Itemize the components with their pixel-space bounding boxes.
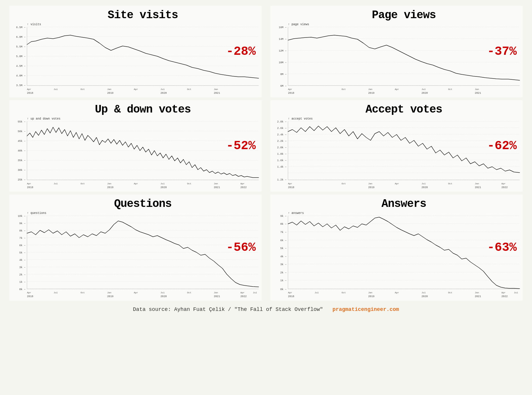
svg-text:4.0M –: 4.0M – bbox=[16, 74, 26, 77]
svg-text:Apr: Apr bbox=[134, 182, 138, 185]
svg-text:Apr: Apr bbox=[240, 182, 245, 185]
svg-text:7k –: 7k – bbox=[280, 231, 287, 234]
svg-text:Jul: Jul bbox=[421, 182, 426, 185]
chart-subtitle-accept-votes: ↑ accept votes bbox=[288, 117, 520, 120]
chart-svg-accept-votes: 2.8k – 2.6k – 2.4k – 2.2k – 2.0k – 1.8k … bbox=[288, 121, 520, 180]
svg-text:3k –: 3k – bbox=[280, 263, 287, 266]
svg-up-down-votes: 55k – 50k – 45k – 40k – 35k – 30k – 25k … bbox=[27, 121, 259, 180]
svg-text:2.8k –: 2.8k – bbox=[277, 120, 287, 123]
svg-text:35k –: 35k – bbox=[18, 159, 26, 162]
svg-text:2021: 2021 bbox=[475, 92, 481, 95]
svg-text:16M –: 16M – bbox=[279, 26, 287, 29]
svg-text:2k –: 2k – bbox=[19, 273, 26, 276]
svg-text:Apr: Apr bbox=[27, 88, 31, 91]
svg-text:8k –: 8k – bbox=[19, 229, 26, 232]
svg-text:Oct: Oct bbox=[448, 182, 452, 185]
chart-title-up-down-votes: Up & down votes bbox=[27, 103, 259, 116]
svg-text:1.6k –: 1.6k – bbox=[277, 159, 287, 162]
footer: Data source: Ayhan Fuat Çelik / "The Fal… bbox=[133, 307, 399, 312]
svg-text:1.8k –: 1.8k – bbox=[277, 153, 287, 156]
svg-text:5.0M –: 5.0M – bbox=[16, 55, 26, 58]
svg-text:Jul: Jul bbox=[421, 291, 426, 294]
chart-title-site-visits: Site visits bbox=[27, 9, 259, 21]
svg-text:Jul: Jul bbox=[160, 291, 165, 294]
svg-text:3.5M –: 3.5M – bbox=[16, 84, 26, 87]
svg-text:8k –: 8k – bbox=[280, 223, 287, 226]
svg-text:10k –: 10k – bbox=[18, 215, 26, 218]
svg-text:5.5M –: 5.5M – bbox=[16, 45, 26, 48]
svg-text:2020: 2020 bbox=[421, 295, 428, 298]
svg-text:Oct: Oct bbox=[81, 88, 85, 91]
svg-text:Jan: Jan bbox=[214, 182, 218, 185]
svg-text:2020: 2020 bbox=[160, 92, 167, 95]
svg-text:Apr: Apr bbox=[27, 182, 31, 185]
svg-text:Jul: Jul bbox=[514, 291, 518, 294]
svg-text:30k –: 30k – bbox=[18, 169, 26, 172]
svg-text:Jan: Jan bbox=[107, 291, 111, 294]
svg-text:Jan: Jan bbox=[214, 88, 218, 91]
svg-text:Apr: Apr bbox=[395, 291, 399, 294]
pct-questions: -56% bbox=[226, 241, 256, 255]
svg-text:Jul: Jul bbox=[54, 182, 58, 185]
chart-title-page-views: Page views bbox=[288, 9, 520, 21]
chart-up-down-votes: Up & down votes ↑ up and down votes 55k … bbox=[9, 100, 262, 192]
chart-svg-answers: 9k – 8k – 7k – 6k – 5k – 4k – 3k – 2k – … bbox=[288, 216, 520, 289]
svg-text:10M –: 10M – bbox=[279, 61, 287, 64]
svg-text:3k –: 3k – bbox=[19, 266, 26, 269]
svg-text:2.4k –: 2.4k – bbox=[277, 133, 287, 136]
svg-text:40k –: 40k – bbox=[18, 149, 26, 152]
svg-text:2k –: 2k – bbox=[280, 271, 287, 274]
svg-text:Jan: Jan bbox=[475, 182, 479, 185]
svg-text:2.0k –: 2.0k – bbox=[277, 146, 287, 149]
svg-text:2021: 2021 bbox=[475, 295, 481, 298]
svg-text:Jan: Jan bbox=[368, 88, 372, 91]
footer-text: Data source: Ayhan Fuat Çelik / "The Fal… bbox=[133, 307, 323, 312]
svg-text:Oct: Oct bbox=[81, 291, 85, 294]
svg-text:2019: 2019 bbox=[107, 92, 113, 95]
svg-text:Jul: Jul bbox=[160, 182, 165, 185]
svg-text:Oct: Oct bbox=[187, 291, 191, 294]
svg-text:4k –: 4k – bbox=[19, 259, 26, 262]
svg-text:1.2k –: 1.2k – bbox=[277, 178, 287, 181]
footer-link[interactable]: pragmaticengineer.com bbox=[333, 307, 399, 312]
svg-text:2018: 2018 bbox=[27, 295, 33, 298]
svg-accept-votes: 2.8k – 2.6k – 2.4k – 2.2k – 2.0k – 1.8k … bbox=[288, 121, 520, 180]
svg-text:2018: 2018 bbox=[288, 186, 294, 189]
svg-text:50k –: 50k – bbox=[18, 130, 26, 133]
svg-text:2020: 2020 bbox=[160, 295, 167, 298]
svg-text:6k –: 6k – bbox=[280, 239, 287, 242]
svg-site-visits: 6.5M – 6.0M – 5.5M – 5.0M – 4.5M – 4.0M … bbox=[27, 27, 259, 86]
svg-text:Jul: Jul bbox=[54, 291, 58, 294]
svg-text:Jan: Jan bbox=[368, 182, 372, 185]
svg-text:0k –: 0k – bbox=[19, 288, 26, 291]
svg-text:4.5M –: 4.5M – bbox=[16, 65, 26, 68]
svg-text:55k –: 55k – bbox=[18, 120, 26, 123]
svg-page-views: 16M – 14M – 12M – 10M – 8M – 6M – Apr 20… bbox=[288, 27, 520, 86]
svg-text:5k –: 5k – bbox=[280, 247, 287, 250]
svg-text:45k –: 45k – bbox=[18, 140, 26, 143]
svg-text:Oct: Oct bbox=[448, 88, 452, 91]
svg-text:6.5M –: 6.5M – bbox=[16, 26, 26, 29]
svg-text:Apr: Apr bbox=[240, 291, 245, 294]
svg-text:2019: 2019 bbox=[368, 92, 375, 95]
svg-text:2018: 2018 bbox=[27, 92, 33, 95]
svg-text:Jan: Jan bbox=[107, 182, 111, 185]
chart-answers: Answers ↑ answers 9k – 8k – 7k – bbox=[270, 195, 523, 301]
svg-answers: 9k – 8k – 7k – 6k – 5k – 4k – 3k – 2k – … bbox=[288, 216, 520, 289]
svg-text:12M –: 12M – bbox=[279, 50, 287, 52]
svg-text:Apr: Apr bbox=[288, 182, 292, 185]
svg-text:2020: 2020 bbox=[421, 186, 428, 189]
svg-text:2.6k –: 2.6k – bbox=[277, 127, 287, 130]
svg-text:Apr: Apr bbox=[134, 88, 138, 91]
chart-subtitle-page-views: ↑ page views bbox=[288, 23, 520, 26]
svg-text:Jul: Jul bbox=[54, 88, 58, 91]
svg-text:Apr: Apr bbox=[501, 182, 506, 185]
svg-text:Oct: Oct bbox=[448, 291, 452, 294]
chart-page-views: Page views ↑ page views 16M – 14M – 12M … bbox=[270, 6, 523, 97]
pct-page-views: -37% bbox=[487, 45, 517, 59]
svg-text:1k –: 1k – bbox=[280, 279, 287, 282]
svg-text:Oct: Oct bbox=[342, 291, 346, 294]
chart-subtitle-questions: ↑ questions bbox=[27, 212, 259, 215]
pct-answers: -63% bbox=[487, 241, 517, 255]
chart-title-questions: Questions bbox=[27, 198, 259, 210]
